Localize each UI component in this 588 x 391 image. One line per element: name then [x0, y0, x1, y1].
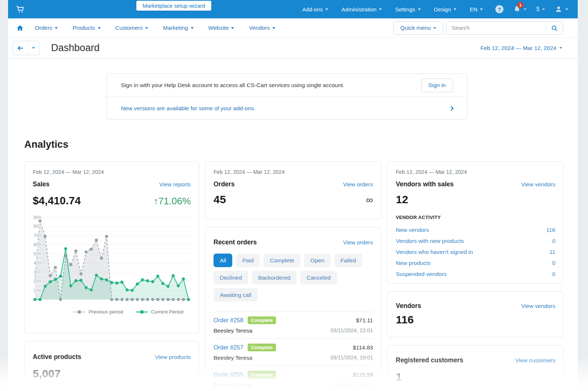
filter-pill-complete[interactable]: Complete	[263, 254, 300, 267]
view-orders-link[interactable]: View orders	[343, 239, 373, 246]
vendor-activity-list: New vendors 116Vendors with new products…	[396, 225, 555, 280]
topbar-menu-item-design[interactable]: Design	[434, 6, 457, 12]
content-wrap: Marketplace setup wizard Add-onsAdminist…	[8, 0, 578, 391]
svg-text:900: 900	[33, 215, 41, 220]
analytics-heading: Analytics	[24, 139, 567, 150]
view-customers-link[interactable]: View customers	[515, 357, 555, 364]
activity-value-link[interactable]: 116	[546, 227, 555, 233]
nav-item-website[interactable]: Website	[208, 25, 234, 31]
search-input[interactable]	[447, 22, 546, 35]
vendors-title: Vendors	[396, 302, 421, 310]
notifications-button[interactable]: 1	[513, 5, 527, 13]
chevron-down-icon	[480, 8, 483, 10]
chevron-down-icon	[379, 8, 382, 10]
svg-text:300: 300	[33, 270, 41, 275]
search-button[interactable]	[546, 22, 563, 35]
vendor-activity-heading: VENDOR ACTIVITY	[396, 215, 555, 220]
topbar-icons: ? 1 $	[495, 5, 568, 13]
nav-item-customers[interactable]: Customers	[115, 25, 148, 31]
nav-item-orders[interactable]: Orders	[35, 25, 58, 31]
navbar-right: Quick menu	[393, 21, 563, 35]
recent-orders-title: Recent orders	[214, 238, 257, 246]
currency-icon: $	[536, 6, 539, 12]
filter-pill-paid[interactable]: Paid	[236, 254, 260, 267]
topbar-menu-item-add-ons[interactable]: Add-ons	[302, 6, 328, 12]
filter-pill-all[interactable]: All	[214, 254, 232, 267]
currency-selector[interactable]: $	[536, 6, 545, 12]
nav-item-vendors[interactable]: Vendors	[249, 25, 275, 31]
home-button[interactable]	[16, 24, 24, 32]
page-title: Dashboard	[51, 42, 100, 54]
svg-text:700: 700	[33, 233, 41, 238]
infinity-icon: ∞	[366, 196, 373, 204]
filter-pill-awaiting-call[interactable]: Awaiting call	[214, 288, 258, 302]
registered-customers-title: Registered customers	[396, 356, 463, 364]
back-arrow-icon	[17, 45, 24, 51]
legend-marker	[136, 310, 148, 314]
order-customer: Beesley Teresa	[214, 327, 252, 334]
date-range-picker[interactable]: Feb 12, 2024 — Mar 12, 2024	[480, 45, 562, 51]
activity-value-link[interactable]: 0	[552, 260, 555, 266]
help-icon[interactable]: ?	[495, 5, 503, 13]
filter-pill-canceled[interactable]: Canceled	[300, 271, 337, 284]
quick-menu-button[interactable]: Quick menu	[393, 21, 443, 35]
activity-value-link[interactable]: 11	[549, 249, 555, 255]
chevron-down-icon	[418, 8, 421, 10]
order-date: 03/11/2024, 22:01	[330, 327, 373, 334]
activity-label-link[interactable]: Vendors who haven't signed in	[396, 249, 473, 255]
order-link[interactable]: Order #255	[214, 372, 243, 378]
svg-text:400: 400	[33, 261, 41, 266]
cart-icon[interactable]	[15, 4, 26, 15]
view-products-link[interactable]: View products	[155, 354, 191, 360]
order-total: $114.83	[353, 344, 373, 351]
activity-label-link[interactable]: Vendors with new products	[396, 238, 464, 244]
addons-update-notice[interactable]: New versions are available for some of y…	[107, 97, 467, 119]
filter-pill-failed[interactable]: Failed	[334, 254, 362, 267]
view-vendors-link[interactable]: View vendors	[521, 181, 555, 188]
marketplace-setup-wizard-button[interactable]: Marketplace setup wizard	[136, 1, 211, 11]
filter-pill-open[interactable]: Open	[304, 254, 331, 267]
filter-pill-declined[interactable]: Declined	[214, 271, 248, 284]
account-menu[interactable]	[555, 5, 568, 13]
main-content: Sign in with your Help Desk account to a…	[8, 73, 578, 391]
order-link[interactable]: Order #258	[214, 317, 243, 324]
view-vendors-link[interactable]: View vendors	[521, 303, 555, 309]
chevron-down-icon	[145, 27, 148, 29]
active-products-card: Active products View products 5,007	[24, 341, 199, 391]
activity-value-link[interactable]: 0	[552, 238, 555, 244]
addons-update-link[interactable]: New versions are available for some of y…	[121, 105, 255, 112]
status-badge: Complete	[248, 316, 276, 324]
vendors-value: 116	[396, 313, 414, 326]
view-orders-link[interactable]: View orders	[343, 181, 373, 188]
page: Marketplace setup wizard Add-onsAdminist…	[0, 0, 588, 391]
nav-item-products[interactable]: Products	[72, 25, 100, 31]
chart-legend: Previous period Current Period	[33, 309, 191, 315]
topbar-menu-item-en[interactable]: EN	[470, 6, 483, 12]
order-status-filters: AllPaidCompleteOpenFailedDeclinedBackord…	[214, 254, 373, 302]
vendors-with-sales-value: 12	[396, 193, 408, 206]
chevron-down-icon	[231, 27, 234, 29]
activity-label-link[interactable]: New products	[396, 260, 431, 266]
chevron-down-icon	[55, 27, 58, 29]
order-date: 03/11/2024, 10:01	[330, 355, 373, 361]
activity-label-link[interactable]: Suspended vendors	[396, 271, 447, 277]
chevron-down-icon	[524, 8, 527, 10]
order-link[interactable]: Order #257	[214, 344, 243, 351]
topbar-menu-item-administration[interactable]: Administration	[341, 6, 382, 12]
activity-value-link[interactable]: 0	[552, 271, 555, 277]
svg-text:600: 600	[33, 242, 41, 247]
legend-item-previous-period: Previous period	[73, 309, 123, 315]
topbar-menu-item-settings[interactable]: Settings	[395, 6, 420, 12]
legend-marker	[73, 310, 86, 314]
filter-pill-backordered[interactable]: Backordered	[252, 271, 297, 284]
back-button[interactable]	[13, 41, 28, 55]
order-total: $115.59	[353, 372, 373, 378]
activity-label-link[interactable]: New vendors	[396, 227, 429, 233]
sign-in-button[interactable]: Sign in	[421, 79, 453, 92]
nav-item-marketing[interactable]: Marketing	[163, 25, 193, 31]
user-icon	[555, 5, 563, 13]
orders-value: 45	[214, 193, 226, 206]
back-history-dropdown[interactable]	[28, 41, 39, 55]
view-reports-link[interactable]: View reports	[159, 181, 191, 188]
svg-text:800: 800	[33, 224, 41, 229]
